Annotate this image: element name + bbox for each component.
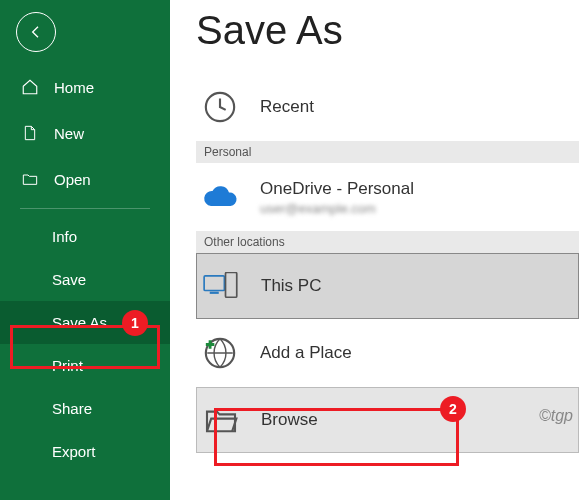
file-icon <box>20 123 40 143</box>
this-pc-option[interactable]: This PC <box>196 253 579 319</box>
nav-export[interactable]: Export <box>0 430 170 473</box>
onedrive-label: OneDrive - Personal <box>260 179 414 199</box>
add-place-icon <box>200 333 240 373</box>
nav-save-as[interactable]: Save As <box>0 301 170 344</box>
browse-folder-icon <box>201 400 241 440</box>
nav-new[interactable]: New <box>0 110 170 156</box>
onedrive-account: user@example.com <box>260 201 414 216</box>
nav-info[interactable]: Info <box>0 215 170 258</box>
sidebar-divider <box>20 208 150 209</box>
folder-open-icon <box>20 169 40 189</box>
cloud-icon <box>200 177 240 217</box>
nav-print[interactable]: Print <box>0 344 170 387</box>
svg-rect-3 <box>226 273 237 298</box>
browse-option[interactable]: Browse <box>196 387 579 453</box>
this-pc-label: This PC <box>261 276 321 296</box>
clock-icon <box>200 87 240 127</box>
svg-rect-1 <box>204 276 224 291</box>
this-pc-icon <box>201 266 241 306</box>
svg-rect-2 <box>210 292 219 294</box>
onedrive-option[interactable]: OneDrive - Personal user@example.com <box>196 163 579 231</box>
browse-label: Browse <box>261 410 318 430</box>
page-title: Save As <box>196 8 579 53</box>
home-icon <box>20 77 40 97</box>
nav-share[interactable]: Share <box>0 387 170 430</box>
nav-home-label: Home <box>54 79 94 96</box>
nav-save[interactable]: Save <box>0 258 170 301</box>
back-button[interactable] <box>16 12 56 52</box>
recent-option[interactable]: Recent <box>196 73 579 141</box>
main-panel: Save As Recent Personal OneDrive - Perso… <box>170 0 579 500</box>
nav-open-label: Open <box>54 171 91 188</box>
watermark: ©tgp <box>539 407 573 425</box>
backstage-sidebar: Home New Open Info Save Save As Print Sh… <box>0 0 170 500</box>
other-locations-header: Other locations <box>196 231 579 253</box>
nav-home[interactable]: Home <box>0 64 170 110</box>
nav-open[interactable]: Open <box>0 156 170 202</box>
personal-header: Personal <box>196 141 579 163</box>
add-place-label: Add a Place <box>260 343 352 363</box>
add-place-option[interactable]: Add a Place <box>196 319 579 387</box>
arrow-left-icon <box>28 24 44 40</box>
recent-label: Recent <box>260 97 314 117</box>
nav-new-label: New <box>54 125 84 142</box>
